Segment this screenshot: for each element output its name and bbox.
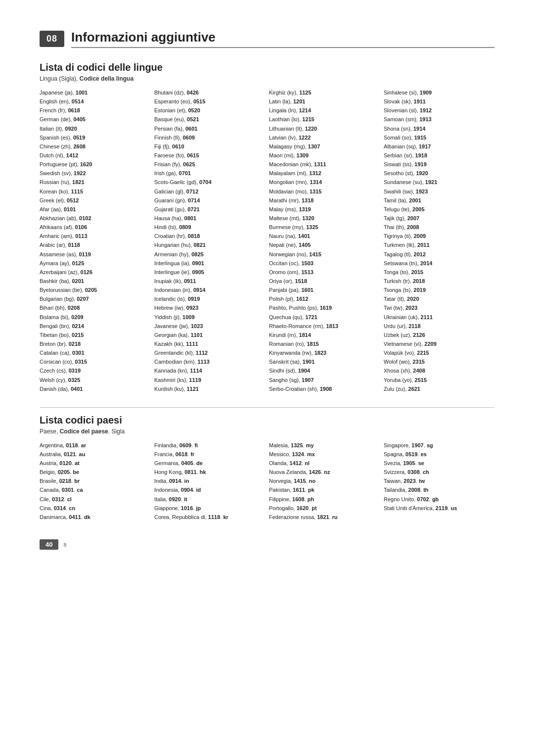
list-item: Turkish (tr), 2018: [384, 277, 494, 285]
list-item: Faroese (fo), 0615: [154, 151, 265, 160]
list-item: Kirghiz (ky), 1125: [269, 88, 380, 97]
list-item: Slovenian (sl), 1912: [384, 106, 494, 115]
section-divider: [40, 407, 494, 408]
list-item: Slovak (sk), 1911: [384, 97, 494, 106]
list-item: Kannada (kn), 1114: [154, 366, 265, 375]
list-item: Norwegian (no), 1415: [269, 250, 380, 259]
list-item: Esperanto (eo), 0515: [154, 97, 265, 106]
list-item: Giappone, 1016. jp: [154, 504, 265, 513]
list-item: Hungarian (hu), 0821: [154, 240, 265, 249]
section2-title: Lista codici paesi: [40, 415, 494, 426]
list-item: Yoruba (yo), 2515: [384, 376, 494, 384]
list-item: Spanish (es), 0519: [40, 133, 150, 142]
list-item: Malesia, 1325. my: [269, 441, 380, 450]
list-item: Lingala (ln), 1214: [269, 106, 380, 115]
list-item: Swedish (sv), 1922: [40, 169, 150, 178]
list-item: Sangho (sg), 1907: [269, 376, 380, 384]
list-item: Taiwan, 2023. tw: [384, 476, 494, 485]
list-item: French (fr), 0618: [40, 106, 150, 115]
list-item: Wolof (wo), 2315: [384, 357, 494, 366]
list-item: Byelorussian (be), 0205: [40, 285, 150, 294]
list-item: Breton (br), 0218: [40, 339, 150, 348]
list-item: Xhosa (xh), 2408: [384, 366, 494, 375]
list-item: Norvegia, 1415. no: [269, 476, 380, 485]
list-item: Finlandia, 0609. fi: [154, 441, 265, 450]
list-item: Shona (sn), 1914: [384, 124, 494, 133]
list-item: Finnish (fi), 0609: [154, 133, 265, 142]
list-item: Bihari (bh), 0208: [40, 303, 150, 312]
list-item: Serbo-Croatian (sh), 1908: [269, 384, 380, 393]
list-item: Burmese (my), 1325: [269, 223, 380, 232]
list-item: Thai (th), 2008: [384, 223, 494, 232]
list-item: Spagna, 0519. es: [384, 450, 494, 459]
list-item: Zulu (zu), 2621: [384, 384, 494, 393]
list-item: Serbian (sr), 1918: [384, 151, 494, 160]
list-item: Welsh (cy), 0325: [40, 376, 150, 384]
language-codes-table: Japanese (ja), 1001English (en), 0514Fre…: [40, 88, 494, 393]
list-item: Tailandia, 2008. th: [384, 485, 494, 494]
list-item: Icelandic (is), 0919: [154, 294, 265, 303]
list-item: Armenian (hy), 0825: [154, 250, 265, 259]
list-item: Mongolian (mn), 1314: [269, 178, 380, 187]
list-item: Interlingue (ie), 0905: [154, 268, 265, 277]
list-item: Tagalog (tl), 2012: [384, 250, 494, 259]
list-item: Malayalam (ml), 1312: [269, 169, 380, 178]
list-item: Svezia, 1905. se: [384, 459, 494, 468]
list-item: Sesotho (st), 1920: [384, 169, 494, 178]
list-item: Tigrinya (ti), 2009: [384, 232, 494, 240]
country-col-2: Finlandia, 0609. fiFrancia, 0618. frGerm…: [154, 441, 265, 521]
list-item: Italian (it), 0920: [40, 124, 150, 133]
list-item: Sanskrit (sa), 1901: [269, 357, 380, 366]
list-item: Bashkir (ba), 0201: [40, 277, 150, 285]
list-item: Kurdish (ku), 1121: [154, 384, 265, 393]
list-item: Uzbek (uz), 2126: [384, 331, 494, 339]
list-item: Gujarati (gu), 0721: [154, 205, 265, 214]
list-item: Greek (el), 0512: [40, 196, 150, 205]
list-item: Latvian (lv), 1222: [269, 133, 380, 142]
list-item: Tatar (tt), 2020: [384, 294, 494, 303]
list-item: Yiddish (ji), 1009: [154, 313, 265, 322]
list-item: Quechua (qu), 1721: [269, 313, 380, 322]
list-item: Tibetan (bo), 0215: [40, 331, 150, 339]
lang-col-3: Kirghiz (ky), 1125Latin (la), 1201Lingal…: [269, 88, 380, 393]
list-item: Stati Uniti d'America, 2119. us: [384, 504, 494, 513]
list-item: Olanda, 1412. nl: [269, 459, 380, 468]
list-item: Lithuanian (lt), 1220: [269, 124, 380, 133]
list-item: Indonesia, 0904. id: [154, 485, 265, 494]
list-item: Swahili (sw), 1923: [384, 187, 494, 196]
list-item: Assamese (as), 0119: [40, 250, 150, 259]
list-item: India, 0914. in: [154, 476, 265, 485]
list-item: Arabic (ar), 0118: [40, 240, 150, 249]
section2-subtitle: Paese, Codice del paese. Sigla: [40, 428, 494, 435]
list-item: Nuova Zelanda, 1426. nz: [269, 468, 380, 476]
list-item: Filippine, 1608. ph: [269, 495, 380, 504]
list-item: Afar (aa), 0101: [40, 205, 150, 214]
list-item: Malagasy (mg), 1307: [269, 142, 380, 151]
list-item: Belgio, 0205. be: [40, 468, 150, 476]
country-col-3: Malesia, 1325. myMessico, 1324. mxOlanda…: [269, 441, 380, 521]
list-item: Oromo (om), 1513: [269, 268, 380, 277]
list-item: Maori (mi), 1309: [269, 151, 380, 160]
list-item: Federazione russa, 1821. ru: [269, 513, 380, 521]
lang-col-1: Japanese (ja), 1001English (en), 0514Fre…: [40, 88, 150, 393]
list-item: Amharic (am), 0113: [40, 232, 150, 240]
list-item: Tsonga (ts), 2019: [384, 285, 494, 294]
list-item: Tonga (to), 2015: [384, 268, 494, 277]
list-item: Tamil (ta), 2001: [384, 196, 494, 205]
list-item: Somali (so), 1915: [384, 133, 494, 142]
list-item: Laothian (lo), 1215: [269, 115, 380, 124]
list-item: German (de), 0405: [40, 115, 150, 124]
list-item: Oriya (or), 1518: [269, 277, 380, 285]
list-item: Inupiak (ik), 0911: [154, 277, 265, 285]
list-item: Fiji (fj), 0610: [154, 142, 265, 151]
list-item: Danimarca, 0411. dk: [40, 513, 150, 521]
list-item: Romanian (ro), 1815: [269, 339, 380, 348]
list-item: Estonian (et), 0520: [154, 106, 265, 115]
list-item: Galician (gl), 0712: [154, 187, 265, 196]
list-item: Kashmiri (ks), 1119: [154, 376, 265, 384]
list-item: Francia, 0618. fr: [154, 450, 265, 459]
list-item: Vietnamese (vi), 2209: [384, 339, 494, 348]
list-item: Pakistan, 1611. pk: [269, 485, 380, 494]
list-item: Javanese (jw), 1023: [154, 322, 265, 331]
country-codes-table: Argentina, 0118. arAustralia, 0121. auAu…: [40, 441, 494, 521]
